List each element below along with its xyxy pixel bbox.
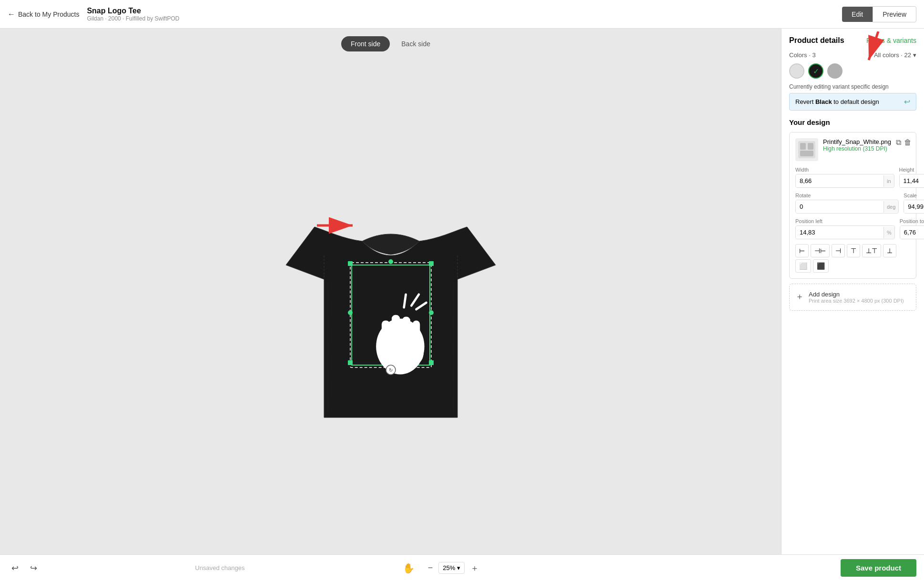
pos-left-unit: % [883, 227, 894, 238]
align-left-button[interactable]: ⊢ [795, 244, 809, 257]
swatch-white[interactable] [789, 63, 804, 79]
scale-label: Scale [904, 193, 924, 198]
svg-point-6 [388, 259, 393, 264]
undo-redo-controls: ↩ ↪ [8, 561, 41, 575]
product-name: Snap Logo Tee [87, 7, 179, 15]
width-label: Width [795, 167, 894, 173]
panel-title: Product details [789, 36, 844, 45]
design-card-header: Printify_Snap_White.png High resolution … [795, 138, 910, 161]
product-subtitle: Gildan · 2000 · Fulfilled by SwiftPOD [87, 15, 179, 22]
pos-top-input-wrap: % [900, 225, 924, 239]
revert-bar[interactable]: Revert Black to default design ↩ [789, 93, 916, 111]
height-field-group: Height in [899, 167, 924, 188]
pos-left-field-group: Position left % [795, 218, 895, 239]
zoom-chevron-icon: ▾ [457, 564, 460, 571]
save-product-button[interactable]: Save product [841, 559, 916, 577]
colors-row: Colors · 3 All colors · 22 ▾ [789, 51, 916, 59]
scale-field-group: Scale % [904, 193, 924, 214]
back-label: Back to My Products [18, 10, 79, 18]
svg-point-8 [348, 310, 353, 315]
add-design-info: Add design Print area size 3692 × 4800 p… [809, 291, 904, 304]
align-center-h-button[interactable]: ⊣⊢ [811, 244, 830, 257]
swatch-black[interactable]: ✓ [808, 63, 823, 79]
all-colors-dropdown[interactable]: All colors · 22 ▾ [874, 51, 916, 59]
design-resolution: High resolution (315 DPI) [823, 145, 891, 152]
zoom-out-button[interactable]: − [424, 561, 437, 575]
width-input[interactable] [796, 174, 883, 187]
top-nav: ← Back to My Products Snap Logo Tee Gild… [0, 0, 924, 29]
prices-variants-link[interactable]: Prices & variants [866, 37, 916, 44]
tab-front[interactable]: Front side [341, 36, 390, 51]
rotate-scale-fields: Rotate deg Scale % [795, 193, 910, 214]
svg-rect-27 [808, 143, 813, 150]
add-design-card[interactable]: ＋ Add design Print area size 3692 × 4800… [789, 284, 916, 311]
zoom-value: 25% [443, 564, 455, 571]
copy-design-button[interactable]: ⧉ [896, 138, 901, 147]
rotate-label: Rotate [795, 193, 899, 198]
colors-count-label: Colors · 3 [789, 51, 816, 59]
fit-button[interactable]: ⬜ [795, 259, 811, 273]
pos-left-input-wrap: % [795, 225, 895, 239]
svg-rect-13 [402, 316, 410, 348]
design-card: Printify_Snap_White.png High resolution … [789, 132, 916, 279]
undo-button[interactable]: ↩ [8, 561, 22, 575]
zoom-in-button[interactable]: ＋ [467, 561, 483, 576]
panel-header: Product details Prices & variants [789, 36, 916, 45]
back-to-products-link[interactable]: ← Back to My Products [8, 10, 79, 19]
pos-left-input[interactable] [796, 226, 883, 239]
preview-button[interactable]: Preview [873, 6, 916, 22]
height-input[interactable] [900, 174, 924, 187]
edit-button[interactable]: Edit [842, 7, 873, 22]
svg-rect-5 [429, 360, 434, 365]
pos-top-input[interactable] [900, 226, 924, 239]
align-bottom-button[interactable]: ⊥ [883, 244, 896, 257]
design-filename: Printify_Snap_White.png [823, 138, 891, 145]
svg-rect-11 [381, 320, 389, 350]
design-info: Printify_Snap_White.png High resolution … [823, 138, 891, 152]
hand-tool-button[interactable]: ✋ [399, 561, 418, 576]
add-design-icon: ＋ [795, 291, 804, 302]
zoom-controls: − 25% ▾ ＋ [424, 561, 483, 576]
variant-notice: Currently editing variant specific desig… [789, 83, 916, 90]
unsaved-label: Unsaved changes [47, 564, 393, 571]
add-design-title: Add design [809, 291, 904, 298]
width-unit: in [883, 175, 894, 187]
tab-back[interactable]: Back side [392, 36, 440, 51]
color-swatches: ✓ [789, 63, 916, 79]
tshirt-svg: ↻ [276, 170, 505, 437]
align-right-button[interactable]: ⊣ [832, 244, 845, 257]
swatch-gray[interactable] [827, 63, 843, 79]
width-field-group: Width in [795, 167, 894, 188]
fill-button[interactable]: ⬛ [813, 259, 829, 273]
delete-design-button[interactable]: 🗑 [904, 138, 912, 147]
scale-input-wrap: % [904, 200, 924, 214]
svg-rect-2 [348, 261, 353, 266]
align-middle-v-button[interactable]: ⊥⊤ [862, 244, 881, 257]
bottom-bar: ↩ ↪ Unsaved changes ✋ − 25% ▾ ＋ Save pro… [0, 554, 924, 581]
main-layout: Front side Back side [0, 29, 924, 554]
add-design-subtitle: Print area size 3692 × 4800 px (300 DPI) [809, 298, 904, 304]
scale-input[interactable] [904, 200, 924, 213]
svg-rect-28 [800, 151, 813, 156]
height-input-wrap: in [899, 174, 924, 188]
side-tabs: Front side Back side [341, 36, 440, 51]
position-fields: Position left % Position top % [795, 218, 910, 239]
redo-button[interactable]: ↪ [26, 561, 41, 575]
svg-text:↻: ↻ [389, 367, 393, 373]
rotate-input-wrap: deg [795, 200, 899, 214]
rotate-input[interactable] [796, 200, 883, 213]
back-arrow-icon: ← [8, 10, 15, 19]
check-icon: ✓ [813, 67, 819, 76]
svg-rect-12 [391, 315, 399, 348]
align-tools: ⊢ ⊣⊢ ⊣ ⊤ ⊥⊤ ⊥ ⬜ ⬛ [795, 244, 910, 273]
align-top-button[interactable]: ⊤ [847, 244, 860, 257]
zoom-display: 25% ▾ [438, 562, 465, 574]
pos-top-field-group: Position top % [900, 218, 924, 239]
svg-rect-3 [429, 261, 434, 266]
tshirt-canvas[interactable]: ↻ [276, 51, 505, 554]
svg-rect-4 [348, 360, 353, 365]
revert-icon: ↩ [904, 97, 910, 106]
right-panel: Product details Prices & variants Colors… [781, 29, 924, 554]
design-actions: ⧉ 🗑 [896, 138, 912, 147]
svg-point-15 [410, 341, 423, 363]
